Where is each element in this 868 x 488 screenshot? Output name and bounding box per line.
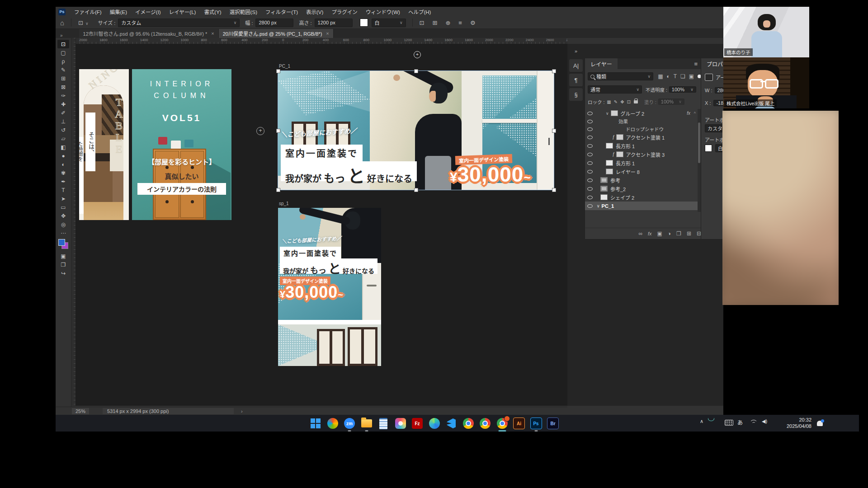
smart-object-thumbnail[interactable] xyxy=(600,177,608,183)
smart-object-thumbnail[interactable] xyxy=(600,186,608,192)
photoshop-icon[interactable]: Ps xyxy=(529,417,543,430)
lock-transparency-icon[interactable]: ▦ xyxy=(607,99,611,104)
document-tab-1[interactable]: 12市川智也さん.psd @ 95.6% (12tensaku_B, RGB/8… xyxy=(79,29,219,38)
illustrator-icon[interactable]: Ai xyxy=(512,417,526,430)
expand-caret-icon[interactable]: ∨ xyxy=(606,111,609,116)
crop-new-icon[interactable]: ⊡ xyxy=(420,19,425,26)
vscode-icon[interactable] xyxy=(444,417,458,430)
artboard-tool-icon[interactable]: ⊡∨ xyxy=(78,19,89,26)
menu-item[interactable]: ファイル(F) xyxy=(70,7,106,17)
visibility-eye-icon[interactable] xyxy=(585,178,595,182)
menu-item[interactable]: 編集(E) xyxy=(106,7,131,17)
panel-menu-icon[interactable]: ≡ xyxy=(694,61,698,67)
frame-tool[interactable]: ⊠ xyxy=(57,83,69,91)
shape-thumbnail[interactable] xyxy=(606,160,613,166)
link-layers-icon[interactable]: ∞ xyxy=(638,230,642,237)
layer-thumbnail[interactable] xyxy=(606,169,613,174)
filter-adjustment-icon[interactable]: ◐ xyxy=(666,73,670,80)
menu-item[interactable]: イメージ(I) xyxy=(131,7,165,17)
styles-panel-icon[interactable]: § xyxy=(569,88,583,101)
filter-pixel-icon[interactable]: ▦ xyxy=(658,73,663,80)
crop-tool[interactable]: ⊞ xyxy=(57,74,69,83)
preset-select[interactable]: カスタム xyxy=(705,124,723,132)
visibility-eye-icon[interactable] xyxy=(585,195,595,199)
brush-tool[interactable]: ✐ xyxy=(57,108,69,117)
lock-all-icon[interactable] xyxy=(634,100,638,103)
tab-overflow-icon[interactable]: » xyxy=(56,33,67,38)
layer-row[interactable]: ∨PC_1 xyxy=(585,202,698,210)
volume-icon[interactable]: ◀) xyxy=(762,418,767,424)
clock[interactable]: 20:32 2025/04/08 xyxy=(780,417,811,429)
menu-item[interactable]: ウィンドウ(W) xyxy=(362,7,404,17)
gradient-tool[interactable]: ◧ xyxy=(57,143,69,151)
layer-thumbnail[interactable] xyxy=(616,151,623,157)
visibility-eye-icon[interactable] xyxy=(585,119,595,123)
zoom-level[interactable]: 25% xyxy=(72,408,89,414)
rectangle-tool[interactable]: ▭ xyxy=(57,203,69,211)
layer-row[interactable]: ƒアクセント塗装 1 xyxy=(585,133,698,141)
filter-smart-icon[interactable]: ▣ xyxy=(689,73,694,80)
smudge-tool[interactable]: ✾ xyxy=(57,169,69,177)
screen-mode-icon[interactable]: ❐ xyxy=(57,260,69,269)
pen-tool[interactable]: ✒ xyxy=(57,177,69,186)
horizontal-ruler[interactable]: 2000180016001400120010008006004002000200… xyxy=(75,38,567,44)
selection-handle[interactable] xyxy=(276,129,280,133)
layer-style-icon[interactable]: fx xyxy=(648,231,652,236)
canvas-area[interactable]: TABLE NING そこは、 た時間を INTERIOR COLUMN VOL… xyxy=(75,44,567,406)
artboard-label-sp1[interactable]: sp_1 xyxy=(279,201,289,206)
layer-row[interactable]: シェイプ 2 xyxy=(585,193,698,202)
layer-thumbnail[interactable] xyxy=(616,134,623,140)
crop-clear-icon[interactable]: ⊞ xyxy=(433,19,438,26)
status-chevron-icon[interactable]: › xyxy=(241,408,243,414)
layer-row[interactable]: 参考 xyxy=(585,176,698,184)
marquee-tool[interactable]: ▢ xyxy=(57,48,69,57)
healing-brush-tool[interactable]: ✚ xyxy=(57,100,69,108)
file-explorer-icon[interactable] xyxy=(360,417,373,430)
artboard-bg-swatch[interactable] xyxy=(705,145,712,152)
fill-input[interactable]: 100%∨ xyxy=(658,99,684,105)
collapse-panels-icon[interactable]: » xyxy=(575,48,577,54)
settings-gear-icon[interactable]: ⚙ xyxy=(470,19,476,26)
selection-handle[interactable] xyxy=(552,129,556,133)
visibility-eye-icon[interactable] xyxy=(585,161,595,165)
close-icon[interactable]: × xyxy=(326,31,329,36)
photos-icon[interactable] xyxy=(394,417,407,430)
chrome-icon-3[interactable] xyxy=(495,417,509,430)
chrome-icon[interactable] xyxy=(462,417,475,430)
expand-caret-icon[interactable]: ∨ xyxy=(597,204,600,208)
w-input[interactable]: 2800 xyxy=(715,87,724,94)
align-icon[interactable]: ≡ xyxy=(458,19,462,26)
quick-selection-tool[interactable]: ✎ xyxy=(57,66,69,74)
layers-tab[interactable]: レイヤー xyxy=(585,58,618,69)
bg-color-select[interactable]: 白∨ xyxy=(372,19,406,27)
opacity-input[interactable]: 100%∨ xyxy=(669,86,696,93)
height-input[interactable]: 1200 px xyxy=(315,19,353,27)
lasso-tool[interactable]: ρ xyxy=(57,57,69,66)
visibility-eye-icon[interactable] xyxy=(585,111,595,115)
document-tab-2[interactable]: 20川俣愛里さん.psd @ 25% (PC_1, RGB/8*)× xyxy=(219,29,334,38)
bridge-icon[interactable]: Br xyxy=(546,417,560,430)
notification-bell-icon[interactable] xyxy=(817,420,823,428)
menu-item[interactable]: 書式(Y) xyxy=(200,7,225,17)
selection-handle[interactable] xyxy=(414,188,418,192)
clone-stamp-tool[interactable]: ⊥ xyxy=(57,117,69,126)
width-input[interactable]: 2800 px xyxy=(255,19,293,27)
home-icon[interactable]: ⌂ xyxy=(60,19,64,27)
type-tool[interactable]: T xyxy=(57,186,69,194)
collapse-fx-icon[interactable]: ^ xyxy=(694,111,696,116)
history-brush-tool[interactable]: ↺ xyxy=(57,126,69,134)
filter-type-icon[interactable]: T xyxy=(674,73,677,80)
paragraph-panel-icon[interactable]: ¶ xyxy=(569,74,583,86)
properties-tab[interactable]: プロパティ xyxy=(701,58,723,69)
dodge-tool[interactable]: ◐ xyxy=(57,160,69,169)
left-artboard-teal-poster[interactable]: INTERIOR COLUMN VOL51 【部屋を彩るヒント】 真似したい イ… xyxy=(132,69,231,220)
selection-handle[interactable] xyxy=(552,69,556,73)
lock-pixels-icon[interactable]: ✎ xyxy=(614,99,618,104)
left-artboard-cream-poster[interactable]: TABLE NING そこは、 た時間を xyxy=(79,69,129,220)
visibility-eye-icon[interactable] xyxy=(585,144,595,148)
zoom-app-icon[interactable]: zm xyxy=(343,417,356,430)
close-icon[interactable]: × xyxy=(211,31,214,36)
copilot-icon[interactable] xyxy=(326,417,340,430)
ime-indicator[interactable]: あ xyxy=(737,418,743,426)
edit-toolbar-icon[interactable]: ⋯ xyxy=(57,229,69,237)
